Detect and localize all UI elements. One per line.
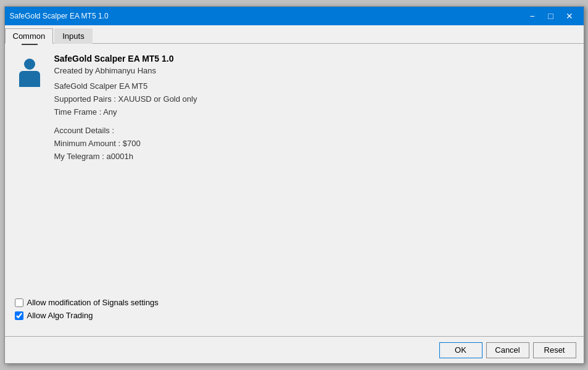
avatar-body — [19, 71, 40, 87]
cancel-button[interactable]: Cancel — [486, 342, 529, 358]
bottom-section: Allow modification of Signals settings A… — [15, 298, 574, 326]
ea-header: SafeGold Scalper EA MT5 1.0 Created by A… — [15, 54, 574, 163]
ea-title: SafeGold Scalper EA MT5 1.0 — [54, 54, 197, 64]
ea-desc-line2: Supported Pairs : XAUUSD or Gold only — [54, 93, 197, 106]
ea-info: SafeGold Scalper EA MT5 1.0 Created by A… — [54, 54, 197, 163]
minimize-button[interactable]: − — [523, 10, 542, 22]
avatar-icon — [17, 56, 42, 86]
reset-button[interactable]: Reset — [533, 342, 576, 358]
maximize-button[interactable]: □ — [542, 10, 560, 22]
window-controls: − □ ✕ — [523, 10, 579, 22]
signals-checkbox-label[interactable]: Allow modification of Signals settings — [27, 298, 159, 307]
algo-checkbox-row: Allow Algo Trading — [15, 311, 574, 320]
signals-checkbox-row: Allow modification of Signals settings — [15, 298, 574, 307]
ea-author: Created by Abhimanyu Hans — [54, 66, 197, 75]
ok-button[interactable]: OK — [439, 342, 482, 358]
tab-inputs[interactable]: Inputs — [54, 28, 92, 44]
close-button[interactable]: ✕ — [560, 10, 579, 22]
avatar-head — [24, 59, 35, 70]
window-title: SafeGold Scalper EA MT5 1.0 — [10, 12, 109, 20]
signals-checkbox[interactable] — [15, 298, 23, 307]
tab-common[interactable]: Common — [5, 28, 54, 44]
ea-icon — [15, 54, 44, 88]
tab-bar: Common Inputs — [5, 25, 584, 44]
button-bar: OK Cancel Reset — [5, 336, 584, 363]
ea-desc-line3: Time Frame : Any — [54, 106, 197, 119]
content-area: SafeGold Scalper EA MT5 1.0 Created by A… — [5, 44, 584, 336]
algo-checkbox-label[interactable]: Allow Algo Trading — [27, 311, 93, 320]
algo-checkbox[interactable] — [15, 311, 23, 320]
ea-account-telegram: My Telegram : a0001h — [54, 150, 197, 163]
ea-desc-line1: SafeGold Scalper EA MT5 — [54, 80, 197, 93]
ea-description: SafeGold Scalper EA MT5 Supported Pairs … — [54, 80, 197, 163]
spacer — [15, 171, 574, 298]
main-window: SafeGold Scalper EA MT5 1.0 − □ ✕ Common… — [4, 6, 584, 364]
ea-account-header: Account Details : — [54, 125, 197, 138]
grad-cap-icon — [22, 44, 38, 45]
ea-account-min: Minimum Amount : $700 — [54, 138, 197, 150]
title-bar: SafeGold Scalper EA MT5 1.0 − □ ✕ — [5, 7, 584, 25]
